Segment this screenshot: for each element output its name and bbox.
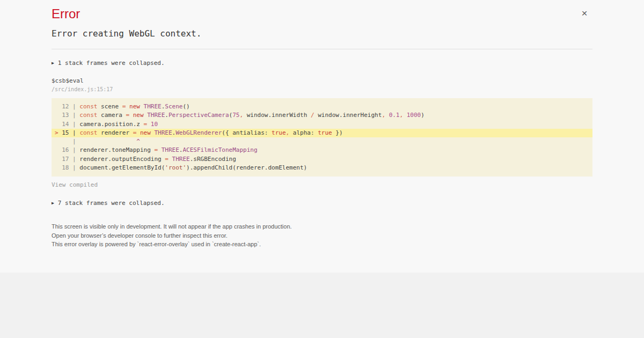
error-message: Error creating WebGL context. [52, 28, 592, 39]
page-background [0, 273, 644, 338]
footer-line: This screen is visible only in developme… [52, 222, 592, 231]
stack-frame-location: /src/index.js:15:17 [52, 86, 592, 93]
code-line: 17 | renderer.outputEncoding = THREE.sRG… [52, 155, 592, 164]
view-compiled-link[interactable]: View compiled [52, 181, 98, 188]
error-title: Error [52, 6, 592, 21]
chevron-right-icon: ▶ [52, 200, 54, 207]
error-overlay: Error × Error creating WebGL context. ▶1… [0, 0, 644, 273]
code-line: 13 | const camera = new THREE.Perspectiv… [52, 111, 592, 120]
footer-line: Open your browser’s developer console to… [52, 231, 592, 240]
collapsed-frames-top-label: 1 stack frames were collapsed. [58, 60, 165, 67]
collapsed-frames-bottom-label: 7 stack frames were collapsed. [58, 200, 165, 207]
code-line: 16 | renderer.toneMapping = THREE.ACESFi… [52, 146, 592, 155]
code-line: | ^ [52, 137, 592, 146]
code-block: 12 | const scene = new THREE.Scene() 13 … [52, 98, 592, 177]
code-line: 14 | camera.position.z = 10 [52, 120, 592, 129]
divider [52, 49, 592, 49]
footer-line: This error overlay is powered by `react-… [52, 240, 592, 249]
code-line-highlighted: > 15 | const renderer = new THREE.WebGLR… [52, 129, 592, 137]
collapsed-frames-bottom-toggle[interactable]: ▶7 stack frames were collapsed. [52, 200, 165, 208]
collapsed-frames-top-toggle[interactable]: ▶1 stack frames were collapsed. [52, 60, 165, 68]
close-icon[interactable]: × [579, 8, 590, 19]
code-line: 18 | document.getElementById('root').app… [52, 164, 592, 172]
code-line: 12 | const scene = new THREE.Scene() [52, 102, 592, 111]
chevron-right-icon: ▶ [52, 60, 54, 67]
stack-frame-function: $csb$eval [52, 77, 592, 84]
overlay-footer: This screen is visible only in developme… [52, 222, 592, 249]
